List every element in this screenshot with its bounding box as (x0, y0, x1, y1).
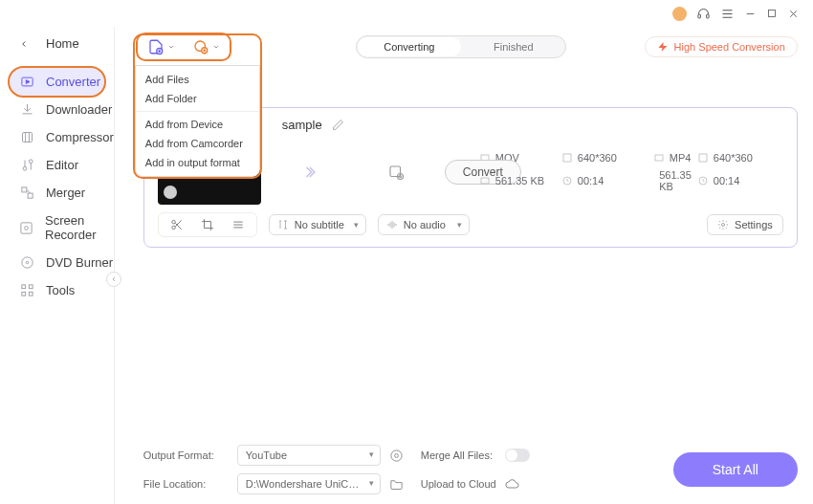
cloud-icon[interactable] (505, 476, 520, 492)
dst-duration: 00:14 (697, 175, 783, 186)
audio-select[interactable]: No audio (378, 214, 470, 235)
converter-icon (19, 75, 34, 89)
svg-point-15 (29, 160, 33, 164)
add-buttons-group (136, 33, 231, 61)
sidebar-item-downloader[interactable]: Downloader (0, 96, 114, 123)
lightning-icon (657, 41, 669, 53)
svg-line-20 (26, 189, 30, 193)
close-icon[interactable] (787, 8, 800, 20)
effects-icon[interactable] (231, 218, 245, 231)
dropdown-add-folder[interactable]: Add Folder (136, 89, 259, 108)
add-disc-icon (192, 38, 209, 55)
bottom-bar: Output Format: YouTube Merge All Files: … (143, 437, 798, 494)
svg-point-46 (172, 220, 176, 224)
home-label: Home (46, 36, 79, 51)
edit-title-icon[interactable] (332, 119, 344, 131)
user-avatar-icon[interactable] (672, 7, 687, 21)
src-size: 561.35 KB (479, 175, 556, 186)
sidebar-item-label: Tools (46, 283, 75, 297)
file-settings-icon[interactable] (353, 164, 439, 181)
dst-size: 561.35 KB (653, 169, 692, 192)
add-file-icon (147, 38, 165, 55)
screen-recorder-icon (19, 221, 33, 235)
add-disc-button[interactable] (192, 38, 220, 55)
svg-rect-21 (21, 222, 32, 232)
svg-line-48 (175, 223, 181, 229)
high-speed-button[interactable]: High Speed Conversion (645, 36, 798, 57)
svg-point-14 (23, 166, 27, 170)
sidebar-item-converter[interactable]: Converter (10, 68, 104, 96)
svg-point-24 (26, 261, 29, 264)
toolbar: Converting Finished High Speed Conversio… (143, 31, 798, 63)
merge-label: Merge All Files: (421, 449, 497, 461)
file-location-select[interactable]: D:\Wondershare UniConverter 1 (237, 473, 381, 494)
svg-rect-41 (390, 166, 401, 177)
home-nav[interactable]: Home (0, 31, 114, 56)
src-res: 640*360 (561, 152, 648, 164)
subtitle-select[interactable]: No subtitle (269, 214, 366, 235)
start-all-button[interactable]: Start All (673, 452, 798, 487)
sidebar-item-label: Editor (46, 158, 78, 172)
output-settings-icon[interactable] (388, 447, 406, 464)
sidebar-item-tools[interactable]: Tools (0, 276, 114, 304)
svg-rect-38 (563, 154, 571, 162)
audio-icon (386, 219, 398, 230)
sidebar-item-dvd-burner[interactable]: DVD Burner (0, 249, 114, 276)
svg-marker-36 (658, 42, 667, 52)
tab-finished[interactable]: Finished (462, 36, 565, 57)
dvd-burner-icon (19, 255, 34, 270)
edit-tools (158, 212, 257, 237)
output-format-label: Output Format: (143, 449, 230, 461)
svg-line-49 (175, 220, 181, 226)
svg-rect-6 (769, 11, 776, 17)
hamburger-menu-icon[interactable] (720, 7, 735, 21)
output-format-select[interactable]: YouTube (237, 445, 381, 466)
svg-rect-19 (28, 193, 33, 198)
add-file-button[interactable] (147, 38, 175, 55)
tab-converting[interactable]: Converting (358, 37, 461, 56)
compressor-icon (19, 130, 34, 144)
maximize-icon[interactable] (766, 8, 778, 19)
dropdown-add-from-device[interactable]: Add from Device (136, 115, 259, 134)
svg-point-23 (21, 257, 32, 268)
status-tabs: Converting Finished (356, 35, 566, 58)
downloader-icon (19, 102, 34, 117)
open-folder-icon[interactable] (388, 475, 406, 493)
chevron-down-icon (212, 43, 220, 51)
sidebar-item-compressor[interactable]: Compressor (0, 123, 114, 151)
card-settings-button[interactable]: Settings (707, 214, 783, 235)
svg-rect-39 (655, 155, 663, 161)
sidebar-item-label: Screen Recorder (45, 213, 114, 242)
svg-rect-40 (699, 154, 707, 162)
dropdown-add-files[interactable]: Add Files (136, 70, 259, 89)
svg-rect-0 (698, 14, 701, 18)
sidebar: Home Converter Downloader Compressor Edi… (0, 27, 115, 504)
src-duration: 00:14 (561, 175, 648, 186)
dst-res: 640*360 (697, 152, 783, 164)
minimize-icon[interactable] (744, 8, 757, 20)
merge-toggle[interactable] (505, 449, 530, 462)
dst-format: MP4 (653, 152, 692, 164)
card-footer: No subtitle No audio Settings (158, 212, 783, 237)
editor-icon (19, 158, 34, 172)
file-location-label: File Location: (143, 478, 230, 490)
svg-marker-10 (26, 80, 30, 84)
svg-point-22 (25, 226, 29, 230)
sidebar-item-merger[interactable]: Merger (0, 179, 114, 207)
arrow-icon (271, 163, 347, 182)
crop-icon[interactable] (201, 218, 214, 231)
svg-rect-26 (29, 285, 33, 289)
sidebar-item-editor[interactable]: Editor (0, 151, 114, 179)
dropdown-add-in-output-format[interactable]: Add in output format (136, 153, 259, 172)
subtitle-icon (277, 219, 289, 230)
file-info: MOV 640*360 MP4 640*360 Convert 561.35 K… (271, 152, 783, 192)
sidebar-item-screen-recorder[interactable]: Screen Recorder (0, 207, 114, 249)
sidebar-item-label: Compressor (46, 130, 114, 144)
main-area: Converting Finished High Speed Conversio… (115, 27, 813, 504)
headset-icon[interactable] (696, 7, 711, 21)
svg-rect-28 (29, 292, 33, 296)
chevron-down-icon (167, 43, 175, 51)
gear-icon (717, 219, 729, 230)
trim-icon[interactable] (170, 218, 184, 231)
dropdown-add-from-camcorder[interactable]: Add from Camcorder (136, 134, 259, 153)
